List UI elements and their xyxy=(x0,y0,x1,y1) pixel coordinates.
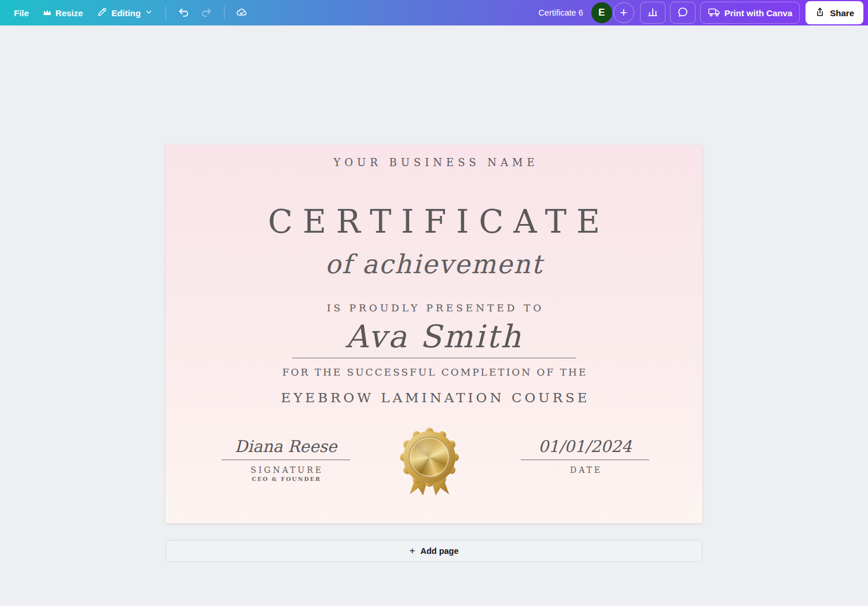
print-with-canva-button[interactable]: Print with Canva xyxy=(700,2,800,24)
toolbar-divider xyxy=(224,6,225,20)
pencil-icon xyxy=(97,7,107,19)
print-with-canva-label: Print with Canva xyxy=(724,8,793,18)
medal-disc xyxy=(409,436,450,478)
certificate-subtitle[interactable]: of achievement xyxy=(165,249,703,280)
editing-mode-label: Editing xyxy=(111,8,141,18)
editor-canvas: YOUR BUSINESS NAME CERTIFICATE of achiev… xyxy=(0,145,868,606)
truck-icon xyxy=(708,7,720,19)
plus-icon: + xyxy=(620,5,627,20)
undo-icon xyxy=(178,6,189,20)
date-value[interactable]: 01/01/2024 xyxy=(521,437,649,456)
crown-icon xyxy=(43,8,52,18)
undo-button[interactable] xyxy=(172,2,195,24)
completion-text[interactable]: FOR THE SUCCESSFUL COMPLETION OF THE xyxy=(165,366,703,378)
course-name[interactable]: EYEBROW LAMINATION COURSE xyxy=(165,390,703,405)
plus-icon: + xyxy=(410,545,415,557)
file-menu-label: File xyxy=(14,8,29,18)
signature-role[interactable]: CEO & FOUNDER xyxy=(222,476,350,482)
add-page-button[interactable]: + Add page xyxy=(165,540,703,562)
bar-chart-icon xyxy=(647,6,659,20)
document-title[interactable]: Certificate 6 xyxy=(538,8,583,17)
recipient-underline xyxy=(292,358,576,358)
avatar[interactable]: E xyxy=(591,2,612,23)
cloud-save-status-button[interactable] xyxy=(230,2,253,24)
signature-label[interactable]: SIGNATURE xyxy=(222,465,350,475)
recipient-name[interactable]: Ava Smith xyxy=(165,318,703,355)
toolbar-right-group: Certificate 6 E + Print with Canva Share xyxy=(538,0,863,25)
cloud-check-icon xyxy=(236,6,248,20)
presented-to-text[interactable]: IS PROUDLY PRESENTED TO xyxy=(165,302,703,314)
signature-name[interactable]: Diana Reese xyxy=(222,437,350,456)
redo-button[interactable] xyxy=(195,2,218,24)
insights-button[interactable] xyxy=(640,2,665,24)
add-member-button[interactable]: + xyxy=(613,2,634,23)
gold-medal-badge[interactable] xyxy=(397,424,462,500)
toolbar-left-group: File Resize Editing xyxy=(7,0,253,25)
business-name[interactable]: YOUR BUSINESS NAME xyxy=(165,156,703,168)
date-label[interactable]: DATE xyxy=(521,465,649,475)
file-menu-button[interactable]: File xyxy=(7,2,36,24)
date-block[interactable]: 01/01/2024 DATE xyxy=(521,437,649,475)
comments-button[interactable] xyxy=(670,2,696,24)
comment-icon xyxy=(677,6,689,20)
certificate-page[interactable]: YOUR BUSINESS NAME CERTIFICATE of achiev… xyxy=(165,145,703,523)
signature-block[interactable]: Diana Reese SIGNATURE CEO & FOUNDER xyxy=(222,437,350,482)
certificate-title[interactable]: CERTIFICATE xyxy=(165,203,703,240)
signature-line xyxy=(222,460,350,460)
resize-button[interactable]: Resize xyxy=(36,2,90,24)
editing-mode-button[interactable]: Editing xyxy=(90,2,160,24)
share-label: Share xyxy=(830,8,854,18)
add-page-label: Add page xyxy=(420,546,458,556)
date-line xyxy=(521,460,649,460)
redo-icon xyxy=(201,6,212,20)
toolbar-divider xyxy=(165,6,166,20)
resize-label: Resize xyxy=(56,8,83,18)
chevron-down-icon xyxy=(145,8,153,18)
share-button[interactable]: Share xyxy=(806,1,863,24)
top-toolbar: File Resize Editing xyxy=(0,0,868,25)
share-icon xyxy=(815,7,825,19)
